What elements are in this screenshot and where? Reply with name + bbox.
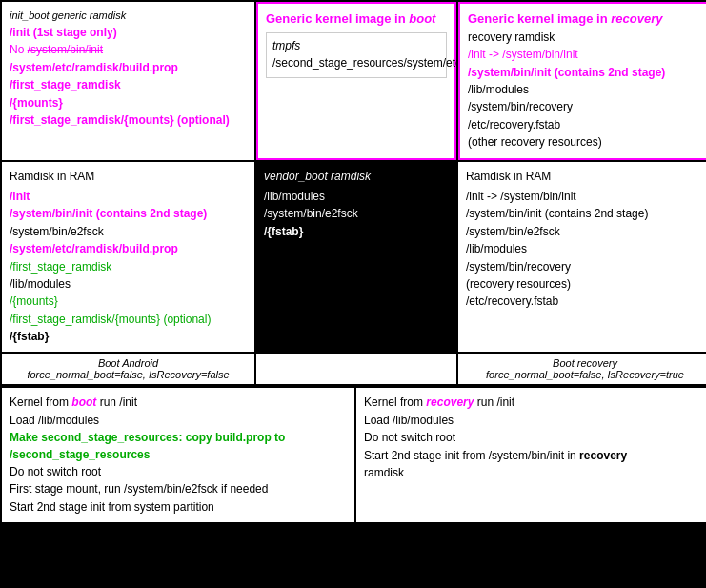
e2fsck-recovery: /system/bin/e2fsck — [466, 224, 704, 240]
cell-init-boot: init_boot generic ramdisk /init (1st sta… — [2, 2, 254, 160]
mounts-line: /{mounts} — [10, 95, 247, 112]
cell-generic-boot: Generic kernel image in boot tmpfs /seco… — [256, 2, 456, 160]
load-lib-modules-boot: Load /lib/modules — [10, 413, 347, 429]
vendor-e2fsck: /system/bin/e2fsck — [264, 206, 449, 222]
e2fsck-line: /system/bin/e2fsck — [10, 224, 247, 240]
generic-boot-title-text: Generic kernel image in boot — [266, 11, 435, 26]
start-2nd-stage-recovery: Start 2nd stage init from /system/bin/in… — [364, 448, 702, 464]
fstab-boot: /{fstab} — [10, 329, 247, 345]
build-prop-line: /system/etc/ramdisk/build.prop — [10, 60, 247, 76]
first-stage-optional: /first_stage_ramdisk/{mounts} (optional) — [10, 112, 247, 129]
system-bin-init-recovery-2nd: /system/bin/init (contains 2nd stage) — [466, 206, 704, 222]
init-first-stage: /init (1st stage only) — [10, 25, 247, 41]
bottom-section: Kernel from boot run /init Load /lib/mod… — [0, 388, 706, 524]
strikethrough-path: /system/bin/init — [28, 43, 103, 56]
first-stage-mount: First stage mount, run /system/bin/e2fsc… — [10, 481, 347, 497]
vendor-lib-modules: /lib/modules — [264, 189, 449, 205]
main-grid: init_boot generic ramdisk /init (1st sta… — [0, 0, 706, 388]
second-stage-resources: /second_stage_resources/system/etc/ramdi… — [272, 55, 440, 71]
kernel-boot-title: Kernel from boot run /init — [10, 395, 347, 411]
run-init-text-2: run /init — [474, 395, 514, 409]
recovery-bold: recovery — [579, 449, 627, 462]
system-bin-init-2nd: /system/bin/init (contains 2nd stage) — [10, 206, 247, 222]
tmpfs-box: tmpfs /second_stage_resources/system/etc… — [266, 32, 447, 78]
system-bin-init-recovery: /system/bin/init (contains 2nd stage) — [468, 65, 702, 81]
caption-recovery-line1: Boot recovery — [466, 357, 704, 369]
caption-recovery-line2: force_normal_boot=false, IsRecovery=true — [466, 369, 704, 380]
recovery-italic: recovery — [426, 395, 474, 409]
cell-ramdisk-boot: Ramdisk in RAM /init /system/bin/init (c… — [2, 162, 254, 353]
caption-boot-line1: Boot Android — [10, 357, 247, 369]
etc-recovery-fstab: /etc/recovery.fstab — [468, 117, 702, 133]
recovery-resources: (recovery resources) — [466, 276, 704, 293]
ramdisk-boot-title: Ramdisk in RAM — [10, 169, 247, 185]
vendor-boot-title: vendor_boot ramdisk — [264, 169, 449, 185]
system-bin-recovery: /system/bin/recovery — [468, 99, 702, 115]
ramdisk-recovery-title: Ramdisk in RAM — [466, 169, 704, 185]
system-bin-recovery-2: /system/bin/recovery — [466, 259, 704, 275]
first-stage-ramdisk: /first_stage_ramdisk — [10, 77, 247, 93]
caption-boot-line2: force_normal_boot=false, IsRecovery=fals… — [10, 369, 247, 380]
init-arrow: /init -> /system/bin/init — [468, 47, 702, 63]
init-boot-title: init_boot generic ramdisk — [10, 9, 247, 24]
boot-italic: boot — [71, 395, 96, 409]
caption-boot: Boot Android force_normal_boot=false, Is… — [2, 354, 254, 384]
vendor-fstab: /{fstab} — [264, 224, 449, 240]
kernel-from-text: Kernel from — [10, 395, 71, 409]
do-not-switch-root-recovery: Do not switch root — [364, 430, 702, 446]
init-magenta: /init — [10, 189, 247, 205]
start-2nd-stage-system: Start 2nd stage init from system partiti… — [10, 499, 347, 516]
make-second-stage: Make second_stage_resources: copy build.… — [10, 430, 347, 463]
kernel-from-text-2: Kernel from — [364, 395, 426, 409]
do-not-switch-root-boot: Do not switch root — [10, 464, 347, 480]
caption-recovery: Boot recovery force_normal_boot=false, I… — [458, 354, 706, 384]
bottom-cell-recovery: Kernel from recovery run /init Load /lib… — [356, 388, 706, 522]
other-recovery-resources: (other recovery resources) — [468, 134, 702, 151]
build-prop-ramdisk: /system/etc/ramdisk/build.prop — [10, 241, 247, 257]
generic-boot-title: Generic kernel image in boot — [266, 10, 447, 29]
lib-modules-boot: /lib/modules — [10, 276, 247, 293]
caption-middle — [256, 354, 456, 384]
generic-recovery-title: Generic kernel image in recovery — [468, 10, 702, 29]
mounts-green: /{mounts} — [10, 294, 247, 310]
etc-recovery-fstab-2: /etc/recovery.fstab — [466, 294, 704, 310]
load-lib-modules-recovery: Load /lib/modules — [364, 413, 702, 429]
no-system-bin-init: No /system/bin/init — [10, 42, 247, 58]
ramdisk-label-bottom: ramdisk — [364, 465, 702, 481]
recovery-ramdisk-label: recovery ramdisk — [468, 30, 702, 46]
init-arrow-recovery: /init -> /system/bin/init — [466, 189, 704, 205]
tmpfs-label: tmpfs — [272, 38, 440, 54]
lib-modules-recovery: /lib/modules — [468, 82, 702, 98]
bottom-cell-boot: Kernel from boot run /init Load /lib/mod… — [2, 388, 354, 522]
first-stage-ramdisk-green: /first_stage_ramdisk — [10, 259, 247, 275]
cell-generic-recovery: Generic kernel image in recovery recover… — [458, 2, 706, 160]
kernel-recovery-title: Kernel from recovery run /init — [364, 395, 702, 411]
cell-vendor-boot: vendor_boot ramdisk /lib/modules /system… — [256, 162, 456, 353]
first-stage-optional-green: /first_stage_ramdisk/{mounts} (optional) — [10, 312, 247, 328]
run-init-text: run /init — [96, 395, 137, 409]
no-text: No — [10, 43, 28, 56]
lib-modules-ramdisk-recovery: /lib/modules — [466, 241, 704, 257]
cell-ramdisk-recovery: Ramdisk in RAM /init -> /system/bin/init… — [458, 162, 706, 353]
generic-recovery-title-text: Generic kernel image in recovery — [468, 11, 663, 26]
